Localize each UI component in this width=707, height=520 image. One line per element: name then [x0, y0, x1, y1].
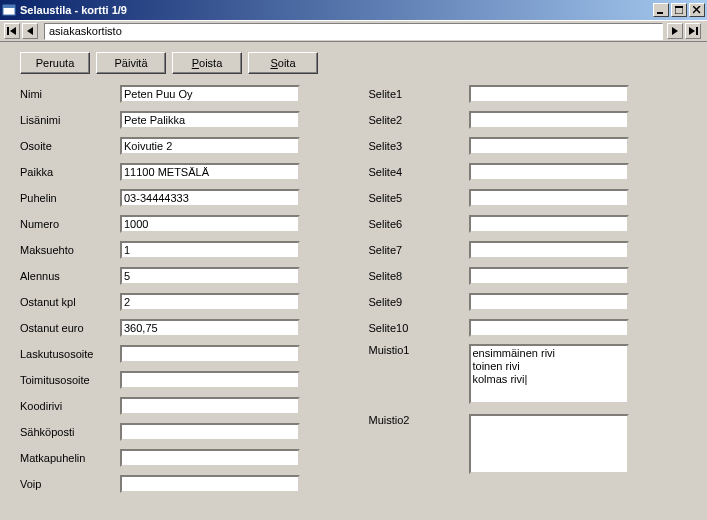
selite5-field[interactable] — [469, 189, 629, 207]
paikka-field[interactable] — [120, 163, 300, 181]
maksuehto-field[interactable] — [120, 241, 300, 259]
nav-first-button[interactable] — [4, 23, 20, 39]
alennus-field[interactable] — [120, 267, 300, 285]
button-label: Peruuta — [36, 57, 75, 69]
nimi-field[interactable] — [120, 85, 300, 103]
selite8-field[interactable] — [469, 267, 629, 285]
numero-field[interactable] — [120, 215, 300, 233]
lisanimi-label: Lisänimi — [20, 114, 120, 126]
window-title: Selaustila - kortti 1/9 — [20, 4, 651, 16]
nav-next-button[interactable] — [667, 23, 683, 39]
koodirivi-label: Koodirivi — [20, 400, 120, 412]
soita-button[interactable]: Soita — [248, 52, 318, 74]
ostanut-euro-label: Ostanut euro — [20, 322, 120, 334]
selite1-field[interactable] — [469, 85, 629, 103]
toimitusosoite-label: Toimitusosoite — [20, 374, 120, 386]
peruuta-button[interactable]: Peruuta — [20, 52, 90, 74]
poista-button[interactable]: Poista — [172, 52, 242, 74]
sahkoposti-field[interactable] — [120, 423, 300, 441]
selite6-field[interactable] — [469, 215, 629, 233]
selite1-label: Selite1 — [369, 88, 469, 100]
title-bar: Selaustila - kortti 1/9 — [0, 0, 707, 20]
muistio1-label: Muistio1 — [369, 344, 469, 356]
ostanut-euro-field[interactable] — [120, 319, 300, 337]
selite7-field[interactable] — [469, 241, 629, 259]
voip-field[interactable] — [120, 475, 300, 493]
paikka-label: Paikka — [20, 166, 120, 178]
matkapuhelin-label: Matkapuhelin — [20, 452, 120, 464]
selite10-label: Selite10 — [369, 322, 469, 334]
osoite-label: Osoite — [20, 140, 120, 152]
muistio2-label: Muistio2 — [369, 414, 469, 426]
selite2-field[interactable] — [469, 111, 629, 129]
muistio1-field[interactable] — [469, 344, 629, 404]
selite6-label: Selite6 — [369, 218, 469, 230]
svg-rect-2 — [657, 12, 663, 14]
svg-rect-7 — [7, 27, 9, 35]
selite10-field[interactable] — [469, 319, 629, 337]
alennus-label: Alennus — [20, 270, 120, 282]
svg-rect-12 — [696, 27, 698, 35]
button-label: Soita — [270, 57, 295, 69]
numero-label: Numero — [20, 218, 120, 230]
nimi-label: Nimi — [20, 88, 120, 100]
selite5-label: Selite5 — [369, 192, 469, 204]
svg-marker-9 — [27, 27, 33, 35]
svg-marker-8 — [10, 27, 16, 35]
app-icon — [2, 3, 16, 17]
puhelin-field[interactable] — [120, 189, 300, 207]
paivita-button[interactable]: Päivitä — [96, 52, 166, 74]
maximize-button[interactable] — [671, 3, 687, 17]
nav-location-input[interactable] — [44, 23, 663, 40]
form: Nimi Lisänimi Osoite Paikka Puhelin Nume… — [0, 78, 707, 506]
osoite-field[interactable] — [120, 137, 300, 155]
right-column: Selite1 Selite2 Selite3 Selite4 Selite5 … — [369, 84, 688, 500]
selite9-field[interactable] — [469, 293, 629, 311]
close-button[interactable] — [689, 3, 705, 17]
voip-label: Voip — [20, 478, 120, 490]
svg-marker-11 — [689, 27, 695, 35]
nav-last-button[interactable] — [685, 23, 701, 39]
minimize-button[interactable] — [653, 3, 669, 17]
selite4-field[interactable] — [469, 163, 629, 181]
lisanimi-field[interactable] — [120, 111, 300, 129]
selite2-label: Selite2 — [369, 114, 469, 126]
selite4-label: Selite4 — [369, 166, 469, 178]
selite7-label: Selite7 — [369, 244, 469, 256]
laskutusosoite-field[interactable] — [120, 345, 300, 363]
laskutusosoite-label: Laskutusosoite — [20, 348, 120, 360]
muistio2-field[interactable] — [469, 414, 629, 474]
svg-rect-4 — [675, 6, 683, 8]
svg-marker-10 — [672, 27, 678, 35]
selite8-label: Selite8 — [369, 270, 469, 282]
toolbar: Peruuta Päivitä Poista Soita — [0, 42, 707, 78]
koodirivi-field[interactable] — [120, 397, 300, 415]
toimitusosoite-field[interactable] — [120, 371, 300, 389]
matkapuhelin-field[interactable] — [120, 449, 300, 467]
svg-rect-1 — [3, 5, 15, 8]
navigator-bar — [0, 20, 707, 42]
sahkoposti-label: Sähköposti — [20, 426, 120, 438]
ostanut-kpl-field[interactable] — [120, 293, 300, 311]
left-column: Nimi Lisänimi Osoite Paikka Puhelin Nume… — [20, 84, 339, 500]
ostanut-kpl-label: Ostanut kpl — [20, 296, 120, 308]
puhelin-label: Puhelin — [20, 192, 120, 204]
selite9-label: Selite9 — [369, 296, 469, 308]
maksuehto-label: Maksuehto — [20, 244, 120, 256]
button-label: Poista — [192, 57, 223, 69]
nav-prev-button[interactable] — [22, 23, 38, 39]
selite3-label: Selite3 — [369, 140, 469, 152]
button-label: Päivitä — [114, 57, 147, 69]
selite3-field[interactable] — [469, 137, 629, 155]
